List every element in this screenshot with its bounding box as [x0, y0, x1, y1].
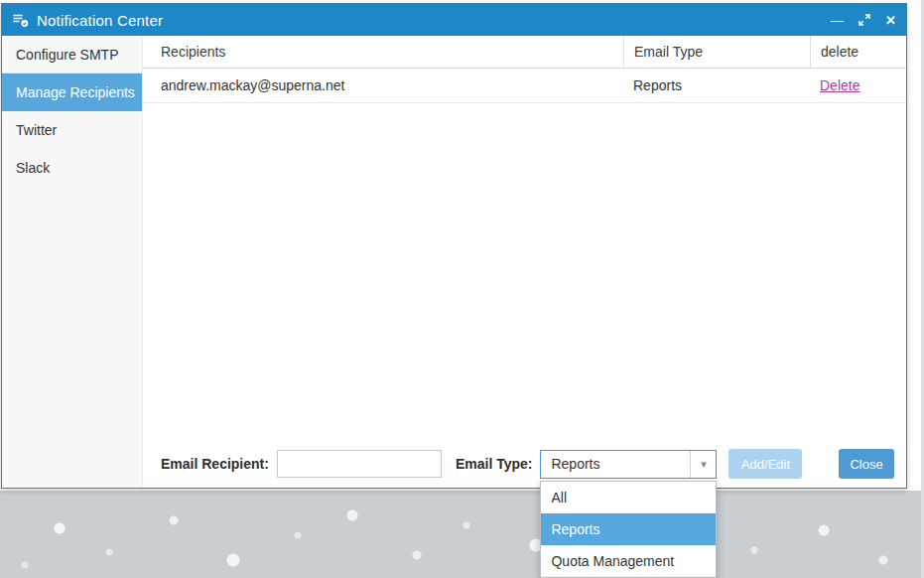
sidebar-item-twitter[interactable]: Twitter	[2, 111, 142, 149]
recipients-panel: Recipients Email Type delete andrew.mack…	[143, 36, 906, 488]
sidebar-item-configure-smtp[interactable]: Configure SMTP	[2, 36, 142, 73]
email-recipient-input[interactable]	[277, 450, 442, 478]
close-icon[interactable]: ✕	[885, 14, 896, 27]
dialog-body: Configure SMTP Manage Recipients Twitter…	[2, 36, 906, 488]
window-controls: — ✕	[831, 14, 896, 27]
recipient-form: Email Recipient: Email Type: Reports ▾ A…	[143, 449, 906, 479]
maximize-button[interactable]	[858, 14, 870, 26]
titlebar[interactable]: Notification Center — ✕	[2, 4, 906, 36]
delete-link[interactable]: Delete	[820, 77, 859, 93]
dropdown-option-reports[interactable]: Reports	[541, 513, 716, 545]
column-header-delete: delete	[810, 36, 906, 68]
notification-center-window: Notification Center — ✕ Configure SMTP M…	[1, 3, 907, 489]
table-row: andrew.mackay@superna.net Reports Delete	[143, 69, 906, 103]
background-pattern	[0, 491, 924, 578]
sidebar: Configure SMTP Manage Recipients Twitter…	[2, 36, 143, 488]
cell-recipient: andrew.mackay@superna.net	[143, 69, 623, 102]
column-header-email-type: Email Type	[623, 36, 810, 68]
table-header: Recipients Email Type delete	[143, 36, 906, 69]
email-type-dropdown: All Reports Quota Management	[540, 481, 717, 578]
notification-center-icon	[12, 13, 29, 28]
cell-delete: Delete	[810, 69, 906, 102]
close-button[interactable]: Close	[839, 449, 894, 479]
dropdown-option-quota-management[interactable]: Quota Management	[541, 545, 716, 577]
add-edit-button[interactable]: Add/Edit	[728, 449, 802, 479]
email-type-selected-value: Reports	[541, 456, 690, 472]
column-header-recipients: Recipients	[143, 36, 623, 68]
email-type-label: Email Type:	[456, 456, 533, 472]
email-type-select[interactable]: Reports ▾ All Reports Quota Management	[540, 450, 717, 479]
table-empty-area	[143, 103, 906, 449]
desktop-background: Notification Center — ✕ Configure SMTP M…	[0, 0, 924, 578]
sidebar-item-manage-recipients[interactable]: Manage Recipients	[2, 73, 142, 111]
sidebar-item-slack[interactable]: Slack	[2, 149, 142, 187]
window-title: Notification Center	[37, 12, 163, 29]
minimize-button[interactable]: —	[831, 14, 844, 27]
cell-email-type: Reports	[623, 69, 810, 102]
email-recipient-label: Email Recipient:	[161, 456, 269, 472]
dropdown-option-all[interactable]: All	[541, 482, 716, 513]
chevron-down-icon[interactable]: ▾	[690, 451, 716, 478]
